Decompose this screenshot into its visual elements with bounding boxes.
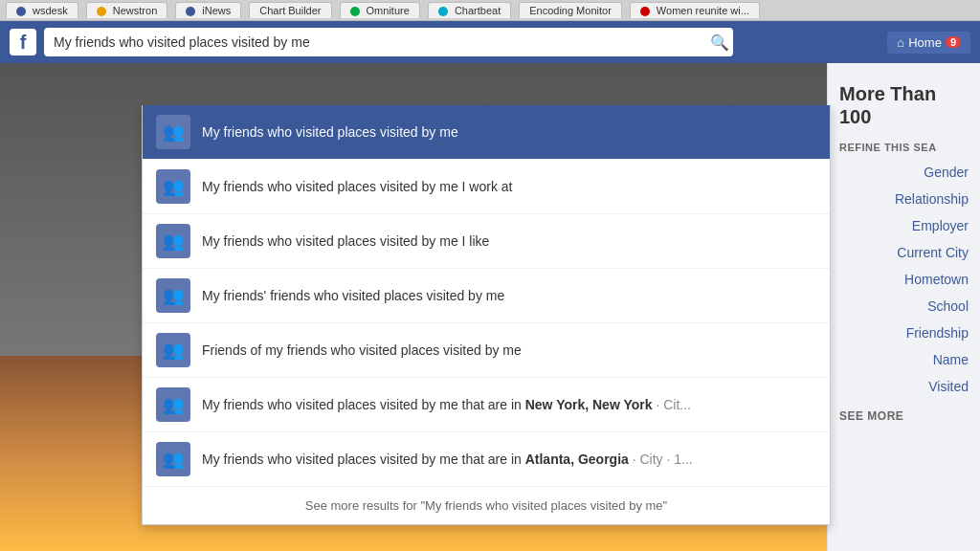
chartbeat-icon (438, 7, 448, 16)
tab-newstron-label: Newstron (113, 5, 157, 16)
search-button[interactable]: 🔍 (710, 33, 729, 52)
search-dropdown: 👥 My friends who visited places visited … (142, 105, 831, 525)
dropdown-item-4-text: My friends' friends who visited places v… (202, 288, 504, 303)
dropdown-item-5[interactable]: 👥 Friends of my friends who visited plac… (143, 323, 830, 378)
filter-visited[interactable]: Visited (828, 373, 980, 400)
filter-name[interactable]: Name (828, 346, 980, 373)
dropdown-item-7[interactable]: 👥 My friends who visited places visited … (143, 432, 830, 487)
refine-label: REFINE THIS SEA (828, 132, 980, 159)
dropdown-item-2-text: My friends who visited places visited by… (202, 179, 512, 194)
people-icon-4: 👥 (156, 278, 190, 313)
tab-inews-label: iNews (202, 5, 231, 16)
newstron-icon (97, 7, 106, 16)
tab-inews[interactable]: iNews (175, 2, 241, 18)
tab-women[interactable]: Women reunite wi... (630, 2, 760, 18)
right-sidebar: More Than 100 REFINE THIS SEA Gender Rel… (827, 63, 980, 551)
tab-wsdesk-label: wsdesk (33, 5, 68, 16)
wsdesk-icon (16, 7, 26, 16)
nav-right: ⌂ Home 9 (887, 32, 970, 54)
omniture-icon (350, 7, 360, 16)
home-button[interactable]: ⌂ Home 9 (887, 32, 970, 54)
more-than-label: More Than 100 (828, 73, 980, 132)
tab-omniture-label: Omniture (367, 5, 410, 16)
tab-encoding-label: Encoding Monitor (529, 5, 612, 16)
filter-employer[interactable]: Employer (828, 212, 980, 239)
see-more-row[interactable]: See more results for "My friends who vis… (143, 487, 830, 524)
main-area: More Than 100 REFINE THIS SEA Gender Rel… (0, 63, 980, 551)
see-more-text: See more results for "My friends who vis… (305, 498, 667, 513)
tab-wsdesk[interactable]: wsdesk (6, 2, 78, 18)
tab-chartbeat-label: Chartbeat (455, 5, 501, 16)
tab-chartbuilder[interactable]: Chart Builder (249, 2, 331, 18)
dropdown-item-6-text: My friends who visited places visited by… (202, 397, 691, 412)
inews-icon (186, 7, 195, 16)
people-icon-7: 👥 (156, 442, 190, 476)
facebook-logo: f (10, 29, 36, 55)
filter-current-city[interactable]: Current City (828, 239, 980, 266)
dropdown-item-7-text: My friends who visited places visited by… (202, 452, 693, 467)
home-label: Home (908, 35, 942, 50)
tab-newstron[interactable]: Newstron (86, 2, 168, 18)
people-icon-2: 👥 (156, 169, 190, 204)
people-icon-5: 👥 (156, 333, 190, 367)
dropdown-item-1-text: My friends who visited places visited by… (202, 124, 458, 140)
dropdown-item-3-text: My friends who visited places visited by… (202, 233, 489, 249)
filter-school[interactable]: School (828, 293, 980, 320)
search-input[interactable] (44, 28, 733, 56)
dropdown-item-1[interactable]: 👥 My friends who visited places visited … (143, 105, 830, 160)
cnn-icon (640, 7, 650, 16)
people-icon-3: 👥 (156, 224, 190, 258)
filter-friendship[interactable]: Friendship (828, 320, 980, 346)
filter-relationship[interactable]: Relationship (828, 186, 980, 212)
dropdown-item-2[interactable]: 👥 My friends who visited places visited … (143, 160, 830, 214)
tab-encoding[interactable]: Encoding Monitor (519, 2, 622, 18)
tab-women-label: Women reunite wi... (657, 5, 749, 16)
home-badge: 9 (946, 36, 961, 48)
tab-chartbuilder-label: Chart Builder (259, 5, 321, 16)
see-more-sidebar[interactable]: SEE MORE (828, 400, 980, 429)
dropdown-item-4[interactable]: 👥 My friends' friends who visited places… (143, 269, 830, 323)
home-icon: ⌂ (897, 35, 904, 50)
dropdown-item-6[interactable]: 👥 My friends who visited places visited … (143, 378, 830, 432)
people-icon-1: 👥 (156, 115, 190, 149)
filter-hometown[interactable]: Hometown (828, 266, 980, 293)
facebook-navbar: f 🔍 ⌂ Home 9 (0, 21, 980, 63)
browser-toolbar: wsdesk Newstron iNews Chart Builder Omni… (0, 0, 980, 21)
dropdown-item-3[interactable]: 👥 My friends who visited places visited … (143, 214, 830, 269)
dropdown-item-5-text: Friends of my friends who visited places… (202, 342, 522, 358)
search-container: 🔍 (44, 28, 733, 56)
filter-gender[interactable]: Gender (828, 159, 980, 186)
tab-omniture[interactable]: Omniture (340, 2, 420, 18)
tab-chartbeat[interactable]: Chartbeat (428, 2, 511, 18)
people-icon-6: 👥 (156, 387, 190, 422)
